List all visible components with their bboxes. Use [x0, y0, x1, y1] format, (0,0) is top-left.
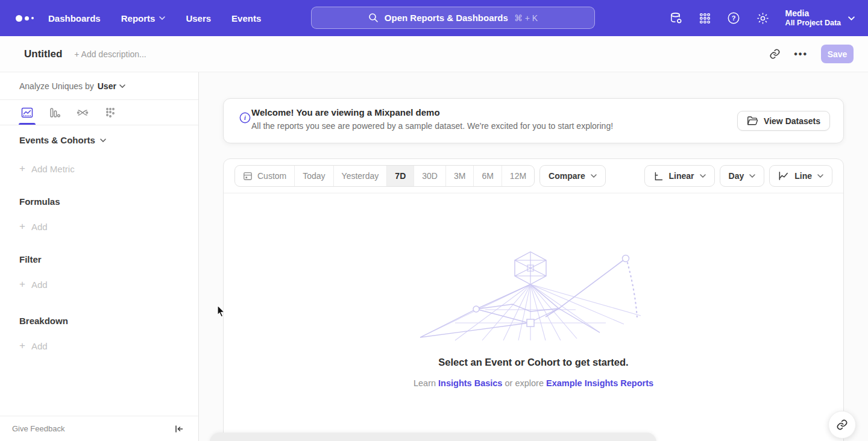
- data-management-icon[interactable]: [669, 11, 683, 25]
- section-events-cohorts: Events & Cohorts + Add Metric: [19, 135, 106, 175]
- nav-label: Reports: [121, 13, 156, 23]
- flow-icon: [77, 107, 89, 119]
- save-button[interactable]: Save: [821, 45, 854, 63]
- bar-chart-icon: [49, 107, 61, 119]
- add-metric-button[interactable]: + Add Metric: [19, 163, 106, 175]
- bottom-sheet-edge[interactable]: [210, 433, 656, 441]
- range-12m[interactable]: 12M: [502, 166, 534, 186]
- collapse-sidebar-icon[interactable]: [174, 424, 184, 434]
- learn-prefix: Learn: [414, 378, 436, 388]
- add-label: Add: [31, 341, 48, 351]
- chevron-down-icon: [100, 139, 106, 142]
- nav-item-events[interactable]: Events: [231, 13, 261, 23]
- analyze-row: Analyze Uniques by User: [0, 72, 198, 100]
- section-title: Filter: [19, 254, 42, 264]
- banner-title: Welcome! You are viewing a Mixpanel demo: [251, 107, 440, 117]
- analyze-by-dropdown[interactable]: User: [98, 81, 125, 91]
- view-tabs: [0, 100, 198, 125]
- date-range-segmented-control: Custom Today Yesterday 7D 30D 3M 6M 12M: [234, 165, 535, 187]
- report-header: Untitled + Add description... ••• Save: [0, 36, 868, 72]
- svg-text:?: ?: [731, 14, 735, 22]
- range-3m[interactable]: 3M: [446, 166, 474, 186]
- nav-label: Events: [231, 13, 261, 23]
- range-7d[interactable]: 7D: [387, 166, 414, 186]
- tab-metrics-view[interactable]: [96, 100, 124, 125]
- calendar-icon: [243, 171, 253, 181]
- info-icon: i: [239, 112, 251, 126]
- query-builder-sidebar: Analyze Uniques by User Events & Cohorts: [0, 72, 199, 441]
- range-label: Today: [303, 171, 325, 181]
- nav-label: Users: [186, 13, 211, 23]
- plus-icon: +: [19, 220, 25, 233]
- top-nav: Dashboards Reports Users Events Open Rep…: [0, 0, 868, 36]
- add-formula-button[interactable]: + Add: [19, 220, 60, 233]
- range-label: 12M: [510, 171, 526, 181]
- range-today[interactable]: Today: [295, 166, 333, 186]
- main-content: i Welcome! You are viewing a Mixpanel de…: [199, 72, 868, 441]
- compare-dropdown[interactable]: Compare: [539, 165, 606, 187]
- range-6m[interactable]: 6M: [474, 166, 502, 186]
- chevron-down-icon: [848, 16, 855, 20]
- search-shortcut: ⌘ + K: [514, 13, 538, 23]
- insights-basics-link[interactable]: Insights Basics: [438, 378, 502, 388]
- settings-gear-icon[interactable]: [756, 11, 770, 25]
- chevron-down-icon: [700, 174, 706, 178]
- empty-state-subtitle: Learn Insights Basics or explore Example…: [224, 378, 843, 388]
- analyze-label: Analyze Uniques by: [19, 81, 94, 91]
- tab-bar-view[interactable]: [41, 100, 69, 125]
- floating-copy-link-button[interactable]: [828, 411, 856, 439]
- chart-type-dropdown[interactable]: Line: [769, 165, 832, 187]
- range-custom[interactable]: Custom: [235, 166, 295, 186]
- project-scope: All Project Data: [785, 19, 841, 28]
- nav-item-dashboards[interactable]: Dashboards: [48, 13, 101, 23]
- more-options-button[interactable]: •••: [794, 49, 808, 60]
- section-title: Formulas: [19, 196, 60, 207]
- tab-flow-view[interactable]: [69, 100, 96, 125]
- events-cohorts-header[interactable]: Events & Cohorts: [19, 135, 106, 145]
- example-insights-reports-link[interactable]: Example Insights Reports: [546, 378, 653, 388]
- chevron-down-icon: [591, 174, 597, 178]
- report-toolbar: Custom Today Yesterday 7D 30D 3M 6M 12M …: [224, 159, 843, 193]
- view-datasets-button[interactable]: View Datasets: [737, 111, 830, 131]
- global-search-input[interactable]: Open Reports & Dashboards ⌘ + K: [311, 7, 595, 29]
- range-30d[interactable]: 30D: [414, 166, 446, 186]
- primary-nav: Dashboards Reports Users Events: [48, 13, 261, 23]
- nav-item-reports[interactable]: Reports: [121, 13, 166, 23]
- project-name: Media: [785, 8, 841, 19]
- add-description-field[interactable]: + Add description...: [74, 49, 146, 59]
- metrics-grid-icon: [104, 107, 116, 119]
- add-label: Add: [31, 222, 48, 232]
- add-label: Add Metric: [31, 164, 75, 174]
- plus-icon: +: [19, 163, 25, 175]
- report-title[interactable]: Untitled: [24, 48, 62, 60]
- nav-item-users[interactable]: Users: [186, 13, 211, 23]
- copy-link-icon[interactable]: [769, 48, 781, 60]
- range-label: Custom: [257, 171, 286, 181]
- empty-state-illustration: [419, 249, 648, 341]
- empty-state: Select an Event or Cohort to get started…: [224, 249, 843, 388]
- compare-label: Compare: [549, 171, 585, 181]
- give-feedback-link[interactable]: Give Feedback: [12, 424, 64, 433]
- mouse-cursor: [216, 304, 227, 319]
- nav-label: Dashboards: [48, 13, 101, 23]
- help-icon[interactable]: ?: [727, 11, 740, 25]
- search-icon: [368, 13, 379, 23]
- apps-grid-icon[interactable]: [699, 12, 711, 25]
- tab-insights-line-view[interactable]: [13, 100, 41, 125]
- axes-icon: [653, 171, 664, 181]
- chart-type-label: Line: [794, 171, 812, 181]
- scale-dropdown[interactable]: Linear: [644, 165, 715, 187]
- sidebar-footer: Give Feedback: [0, 416, 198, 441]
- report-card: Custom Today Yesterday 7D 30D 3M 6M 12M …: [223, 158, 844, 441]
- chevron-down-icon: [119, 84, 125, 88]
- add-breakdown-button[interactable]: + Add: [19, 340, 68, 352]
- range-label: 3M: [454, 171, 465, 181]
- add-filter-button[interactable]: + Add: [19, 278, 48, 290]
- chevron-down-icon: [749, 174, 755, 178]
- mixpanel-logo[interactable]: [16, 15, 36, 22]
- interval-dropdown[interactable]: Day: [720, 165, 765, 187]
- search-placeholder: Open Reports & Dashboards: [385, 13, 508, 23]
- empty-state-title: Select an Event or Cohort to get started…: [224, 357, 843, 368]
- project-switcher[interactable]: Media All Project Data: [785, 8, 855, 28]
- range-yesterday[interactable]: Yesterday: [334, 166, 388, 186]
